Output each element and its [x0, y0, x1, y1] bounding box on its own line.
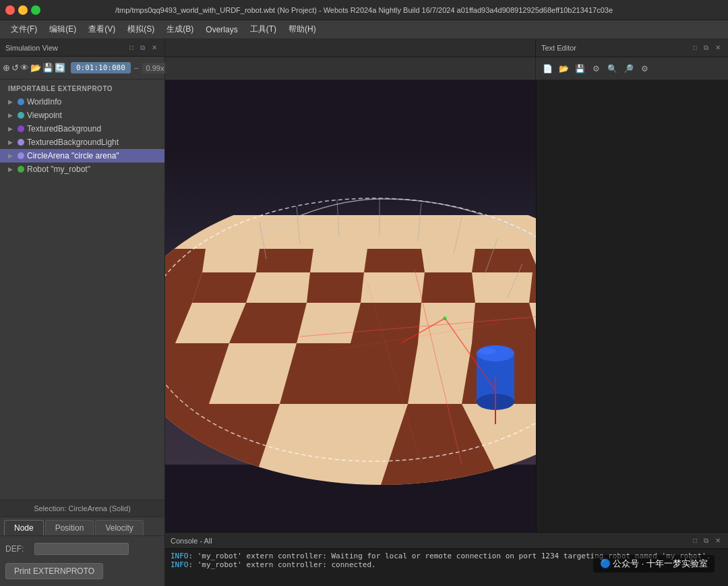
- tb-eye-btn[interactable]: 👁: [20, 60, 29, 76]
- te-save-btn2[interactable]: 💾: [572, 61, 587, 76]
- svg-marker-7: [192, 272, 256, 303]
- te-open-btn[interactable]: 📂: [556, 61, 571, 76]
- print-externproto-button[interactable]: Print EXTERNPROTO: [5, 563, 103, 579]
- console-close[interactable]: ✕: [713, 536, 723, 546]
- te-restore[interactable]: □: [691, 43, 699, 53]
- te-circle-btn3[interactable]: 🔎: [621, 61, 636, 76]
- menu-sim[interactable]: 模拟(S): [122, 22, 160, 36]
- te-new-btn[interactable]: 📄: [540, 61, 555, 76]
- right-area: Text Editor □ ⧉ ✕ 📄 📂 💾 ⚙ 🔍 🔎 ⚙: [165, 39, 728, 586]
- tb-folder-btn[interactable]: 📂: [30, 60, 41, 76]
- minimize-button[interactable]: [18, 5, 28, 15]
- svg-marker-8: [307, 272, 364, 303]
- dot-robot: [18, 166, 24, 173]
- sim-playback-toolbar: [165, 57, 536, 80]
- te-float[interactable]: ⧉: [702, 43, 710, 53]
- console-header: Console - All □ ⧉ ✕: [165, 533, 728, 549]
- tb-add-btn[interactable]: ⊕: [3, 60, 10, 76]
- sim-view-close[interactable]: ✕: [150, 43, 159, 53]
- close-button[interactable]: [5, 5, 15, 15]
- simulation-toolbar: ⊕ ↺ 👁 📂 💾 🔄 0:01:10:080 – 0.99x ⏮ ▶ ⏸ ⏭: [0, 57, 164, 80]
- scene-tree: IMPORTABLE EXTERNPROTO ▶ WorldInfo ▶ Vie…: [0, 80, 164, 500]
- maximize-button[interactable]: [31, 5, 40, 15]
- arrow-robot: ▶: [8, 166, 15, 173]
- svg-marker-9: [421, 272, 475, 303]
- menu-help[interactable]: 帮助(H): [283, 22, 322, 36]
- tree-item-worldinfo[interactable]: ▶ WorldInfo: [0, 95, 164, 109]
- svg-marker-4: [364, 249, 425, 272]
- window-title: /tmp/tmps0qq9493_world_with_URDF_robot.w…: [46, 6, 682, 14]
- console-controls: □ ⧉ ✕: [691, 536, 723, 546]
- dot-circlearena: [18, 152, 24, 159]
- tb-reload-btn[interactable]: ↺: [11, 60, 19, 76]
- def-label: DEF:: [5, 544, 29, 554]
- svg-marker-17: [280, 343, 418, 404]
- viewport-area: [165, 80, 728, 532]
- te-close[interactable]: ✕: [713, 43, 723, 53]
- watermark: 🔵 公众号 · 十年一梦实验室: [593, 555, 715, 573]
- tabs-area: Node Position Velocity: [0, 517, 164, 536]
- menu-build[interactable]: 生成(B): [161, 22, 199, 36]
- tab-position[interactable]: Position: [45, 520, 94, 535]
- tree-item-viewpoint[interactable]: ▶ Viewpoint: [0, 109, 164, 122]
- menu-bar: 文件(F) 编辑(E) 查看(V) 模拟(S) 生成(B) Overlays 工…: [0, 20, 728, 39]
- text-editor-view[interactable]: [536, 80, 728, 532]
- menu-edit[interactable]: 编辑(E): [44, 22, 82, 36]
- menu-view[interactable]: 查看(V): [83, 22, 121, 36]
- arrow-viewpoint: ▶: [8, 112, 15, 119]
- tree-item-texturedbg[interactable]: ▶ TexturedBackground: [0, 122, 164, 136]
- console-float[interactable]: ⧉: [702, 536, 710, 546]
- console-title: Console - All: [171, 537, 212, 545]
- menu-overlays[interactable]: Overlays: [200, 24, 243, 36]
- svg-point-39: [479, 348, 495, 355]
- sim-3d-header: [165, 39, 536, 57]
- tabs-row: Node Position Velocity: [0, 517, 164, 535]
- te-toolbar: 📄 📂 💾 ⚙ 🔍 🔎 ⚙: [536, 57, 728, 80]
- sim-view-restore[interactable]: □: [127, 43, 135, 53]
- tb-time-display: 0:01:10:080: [71, 62, 131, 74]
- te-circle-btn2[interactable]: 🔍: [605, 61, 619, 76]
- text-editor-header: Text Editor □ ⧉ ✕: [536, 39, 728, 57]
- def-field-row: DEF:: [5, 543, 159, 555]
- svg-marker-6: [165, 249, 206, 272]
- tb-refresh-btn[interactable]: 🔄: [55, 60, 65, 76]
- menu-file[interactable]: 文件(F): [5, 22, 42, 36]
- importable-header: IMPORTABLE EXTERNPROTO: [0, 82, 164, 95]
- tab-node[interactable]: Node: [4, 520, 44, 535]
- menu-tools[interactable]: 工具(T): [245, 22, 282, 36]
- tb-speed-display: 0.99x: [142, 63, 169, 74]
- arrow-circlearena: ▶: [8, 152, 15, 159]
- te-settings-btn[interactable]: ⚙: [637, 61, 652, 76]
- svg-marker-5: [472, 249, 536, 272]
- arrow-worldinfo: ▶: [8, 98, 15, 105]
- tb-save-btn[interactable]: 💾: [42, 60, 53, 76]
- main-layout: Simulation View □ ⧉ ✕ ⊕ ↺ 👁 📂 💾 🔄 0:01:1…: [0, 39, 728, 586]
- svg-marker-14: [351, 303, 421, 343]
- sim-view-title: Simulation View: [5, 44, 58, 52]
- dot-texturedbg: [18, 125, 24, 132]
- title-bar: /tmp/tmps0qq9493_world_with_URDF_robot.w…: [0, 0, 728, 20]
- sim-view-controls: □ ⧉ ✕: [127, 43, 159, 53]
- sim-view-float[interactable]: ⧉: [138, 43, 147, 53]
- left-panel: Simulation View □ ⧉ ✕ ⊕ ↺ 👁 📂 💾 🔄 0:01:1…: [0, 39, 165, 586]
- tree-item-robot[interactable]: ▶ Robot "my_robot": [0, 163, 164, 176]
- console-restore[interactable]: □: [691, 536, 699, 546]
- text-editor-title: Text Editor: [541, 44, 576, 52]
- tb-dash: –: [132, 63, 141, 73]
- dot-texturedbglight: [18, 139, 24, 146]
- top-headers: Text Editor □ ⧉ ✕: [165, 39, 728, 57]
- def-input[interactable]: [34, 543, 129, 555]
- arrow-texturedbg: ▶: [8, 125, 15, 132]
- 3d-scene-svg: [165, 80, 536, 532]
- tree-item-circlearena[interactable]: ▶ CircleArena "circle arena": [0, 149, 164, 163]
- tree-item-texturedbglight[interactable]: ▶ TexturedBackgroundLight: [0, 136, 164, 149]
- selection-info: Selection: CircleArena (Solid): [0, 500, 164, 517]
- sim-3d-viewport[interactable]: [165, 80, 536, 532]
- node-content: DEF: Print EXTERNPROTO: [0, 536, 164, 586]
- tab-velocity[interactable]: Velocity: [95, 520, 143, 535]
- sim-view-header: Simulation View □ ⧉ ✕: [0, 39, 164, 57]
- dot-worldinfo: [18, 98, 24, 105]
- arrow-texturedbglight: ▶: [8, 139, 15, 146]
- te-circle-btn1[interactable]: ⚙: [588, 61, 603, 76]
- svg-marker-15: [472, 303, 536, 343]
